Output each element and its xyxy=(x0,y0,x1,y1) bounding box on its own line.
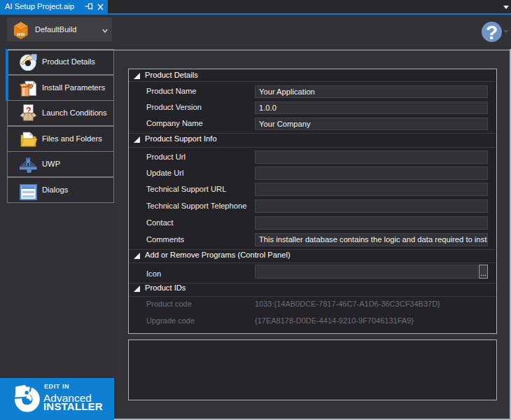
svg-text:MSI: MSI xyxy=(17,32,24,36)
